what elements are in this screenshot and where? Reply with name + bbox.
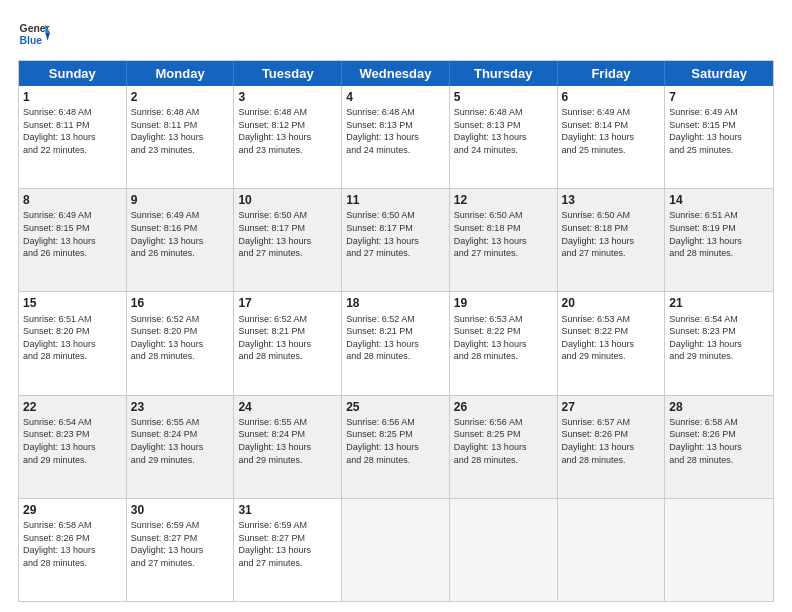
header-day-wednesday: Wednesday xyxy=(342,61,450,86)
day-cell-12: 12Sunrise: 6:50 AM Sunset: 8:18 PM Dayli… xyxy=(450,189,558,291)
day-info: Sunrise: 6:55 AM Sunset: 8:24 PM Dayligh… xyxy=(238,416,337,466)
day-info: Sunrise: 6:56 AM Sunset: 8:25 PM Dayligh… xyxy=(454,416,553,466)
day-cell-24: 24Sunrise: 6:55 AM Sunset: 8:24 PM Dayli… xyxy=(234,396,342,498)
day-cell-13: 13Sunrise: 6:50 AM Sunset: 8:18 PM Dayli… xyxy=(558,189,666,291)
day-info: Sunrise: 6:59 AM Sunset: 8:27 PM Dayligh… xyxy=(238,519,337,569)
day-info: Sunrise: 6:50 AM Sunset: 8:17 PM Dayligh… xyxy=(238,209,337,259)
empty-cell xyxy=(665,499,773,601)
calendar-header: SundayMondayTuesdayWednesdayThursdayFrid… xyxy=(19,61,773,86)
header-day-sunday: Sunday xyxy=(19,61,127,86)
day-number: 10 xyxy=(238,192,337,208)
day-number: 23 xyxy=(131,399,230,415)
day-info: Sunrise: 6:57 AM Sunset: 8:26 PM Dayligh… xyxy=(562,416,661,466)
day-cell-31: 31Sunrise: 6:59 AM Sunset: 8:27 PM Dayli… xyxy=(234,499,342,601)
day-cell-21: 21Sunrise: 6:54 AM Sunset: 8:23 PM Dayli… xyxy=(665,292,773,394)
day-info: Sunrise: 6:52 AM Sunset: 8:21 PM Dayligh… xyxy=(238,313,337,363)
day-info: Sunrise: 6:51 AM Sunset: 8:20 PM Dayligh… xyxy=(23,313,122,363)
day-number: 29 xyxy=(23,502,122,518)
empty-cell xyxy=(558,499,666,601)
day-cell-22: 22Sunrise: 6:54 AM Sunset: 8:23 PM Dayli… xyxy=(19,396,127,498)
logo: General Blue xyxy=(18,18,50,50)
calendar-row-4: 22Sunrise: 6:54 AM Sunset: 8:23 PM Dayli… xyxy=(19,395,773,498)
day-info: Sunrise: 6:58 AM Sunset: 8:26 PM Dayligh… xyxy=(669,416,769,466)
day-info: Sunrise: 6:53 AM Sunset: 8:22 PM Dayligh… xyxy=(562,313,661,363)
calendar: SundayMondayTuesdayWednesdayThursdayFrid… xyxy=(18,60,774,602)
day-number: 3 xyxy=(238,89,337,105)
day-info: Sunrise: 6:53 AM Sunset: 8:22 PM Dayligh… xyxy=(454,313,553,363)
day-number: 14 xyxy=(669,192,769,208)
day-number: 17 xyxy=(238,295,337,311)
day-cell-14: 14Sunrise: 6:51 AM Sunset: 8:19 PM Dayli… xyxy=(665,189,773,291)
day-number: 5 xyxy=(454,89,553,105)
day-info: Sunrise: 6:51 AM Sunset: 8:19 PM Dayligh… xyxy=(669,209,769,259)
header-day-friday: Friday xyxy=(558,61,666,86)
day-number: 20 xyxy=(562,295,661,311)
day-info: Sunrise: 6:48 AM Sunset: 8:13 PM Dayligh… xyxy=(346,106,445,156)
day-info: Sunrise: 6:48 AM Sunset: 8:13 PM Dayligh… xyxy=(454,106,553,156)
day-info: Sunrise: 6:59 AM Sunset: 8:27 PM Dayligh… xyxy=(131,519,230,569)
day-number: 4 xyxy=(346,89,445,105)
day-number: 13 xyxy=(562,192,661,208)
day-number: 18 xyxy=(346,295,445,311)
day-cell-23: 23Sunrise: 6:55 AM Sunset: 8:24 PM Dayli… xyxy=(127,396,235,498)
day-info: Sunrise: 6:49 AM Sunset: 8:16 PM Dayligh… xyxy=(131,209,230,259)
day-cell-2: 2Sunrise: 6:48 AM Sunset: 8:11 PM Daylig… xyxy=(127,86,235,188)
empty-cell xyxy=(450,499,558,601)
day-cell-17: 17Sunrise: 6:52 AM Sunset: 8:21 PM Dayli… xyxy=(234,292,342,394)
header-day-monday: Monday xyxy=(127,61,235,86)
day-info: Sunrise: 6:58 AM Sunset: 8:26 PM Dayligh… xyxy=(23,519,122,569)
day-cell-29: 29Sunrise: 6:58 AM Sunset: 8:26 PM Dayli… xyxy=(19,499,127,601)
day-number: 26 xyxy=(454,399,553,415)
day-number: 27 xyxy=(562,399,661,415)
day-number: 2 xyxy=(131,89,230,105)
day-cell-10: 10Sunrise: 6:50 AM Sunset: 8:17 PM Dayli… xyxy=(234,189,342,291)
day-cell-6: 6Sunrise: 6:49 AM Sunset: 8:14 PM Daylig… xyxy=(558,86,666,188)
day-number: 24 xyxy=(238,399,337,415)
day-number: 28 xyxy=(669,399,769,415)
header-day-thursday: Thursday xyxy=(450,61,558,86)
svg-text:Blue: Blue xyxy=(20,35,43,46)
day-number: 11 xyxy=(346,192,445,208)
svg-marker-3 xyxy=(45,32,50,40)
empty-cell xyxy=(342,499,450,601)
day-info: Sunrise: 6:50 AM Sunset: 8:18 PM Dayligh… xyxy=(454,209,553,259)
day-info: Sunrise: 6:54 AM Sunset: 8:23 PM Dayligh… xyxy=(669,313,769,363)
day-number: 7 xyxy=(669,89,769,105)
day-number: 12 xyxy=(454,192,553,208)
calendar-row-3: 15Sunrise: 6:51 AM Sunset: 8:20 PM Dayli… xyxy=(19,291,773,394)
calendar-row-1: 1Sunrise: 6:48 AM Sunset: 8:11 PM Daylig… xyxy=(19,86,773,188)
day-number: 19 xyxy=(454,295,553,311)
day-cell-19: 19Sunrise: 6:53 AM Sunset: 8:22 PM Dayli… xyxy=(450,292,558,394)
day-cell-28: 28Sunrise: 6:58 AM Sunset: 8:26 PM Dayli… xyxy=(665,396,773,498)
day-info: Sunrise: 6:50 AM Sunset: 8:17 PM Dayligh… xyxy=(346,209,445,259)
day-number: 8 xyxy=(23,192,122,208)
day-cell-27: 27Sunrise: 6:57 AM Sunset: 8:26 PM Dayli… xyxy=(558,396,666,498)
day-cell-11: 11Sunrise: 6:50 AM Sunset: 8:17 PM Dayli… xyxy=(342,189,450,291)
day-number: 6 xyxy=(562,89,661,105)
day-info: Sunrise: 6:52 AM Sunset: 8:21 PM Dayligh… xyxy=(346,313,445,363)
day-number: 25 xyxy=(346,399,445,415)
day-cell-4: 4Sunrise: 6:48 AM Sunset: 8:13 PM Daylig… xyxy=(342,86,450,188)
header-day-tuesday: Tuesday xyxy=(234,61,342,86)
calendar-row-5: 29Sunrise: 6:58 AM Sunset: 8:26 PM Dayli… xyxy=(19,498,773,601)
day-cell-7: 7Sunrise: 6:49 AM Sunset: 8:15 PM Daylig… xyxy=(665,86,773,188)
day-number: 16 xyxy=(131,295,230,311)
day-cell-1: 1Sunrise: 6:48 AM Sunset: 8:11 PM Daylig… xyxy=(19,86,127,188)
day-cell-25: 25Sunrise: 6:56 AM Sunset: 8:25 PM Dayli… xyxy=(342,396,450,498)
day-info: Sunrise: 6:49 AM Sunset: 8:15 PM Dayligh… xyxy=(669,106,769,156)
day-number: 22 xyxy=(23,399,122,415)
calendar-body: 1Sunrise: 6:48 AM Sunset: 8:11 PM Daylig… xyxy=(19,86,773,601)
day-info: Sunrise: 6:49 AM Sunset: 8:14 PM Dayligh… xyxy=(562,106,661,156)
day-info: Sunrise: 6:56 AM Sunset: 8:25 PM Dayligh… xyxy=(346,416,445,466)
calendar-row-2: 8Sunrise: 6:49 AM Sunset: 8:15 PM Daylig… xyxy=(19,188,773,291)
day-cell-20: 20Sunrise: 6:53 AM Sunset: 8:22 PM Dayli… xyxy=(558,292,666,394)
day-info: Sunrise: 6:55 AM Sunset: 8:24 PM Dayligh… xyxy=(131,416,230,466)
day-number: 30 xyxy=(131,502,230,518)
day-number: 9 xyxy=(131,192,230,208)
day-cell-8: 8Sunrise: 6:49 AM Sunset: 8:15 PM Daylig… xyxy=(19,189,127,291)
day-cell-30: 30Sunrise: 6:59 AM Sunset: 8:27 PM Dayli… xyxy=(127,499,235,601)
day-info: Sunrise: 6:50 AM Sunset: 8:18 PM Dayligh… xyxy=(562,209,661,259)
day-number: 31 xyxy=(238,502,337,518)
day-cell-9: 9Sunrise: 6:49 AM Sunset: 8:16 PM Daylig… xyxy=(127,189,235,291)
day-cell-16: 16Sunrise: 6:52 AM Sunset: 8:20 PM Dayli… xyxy=(127,292,235,394)
